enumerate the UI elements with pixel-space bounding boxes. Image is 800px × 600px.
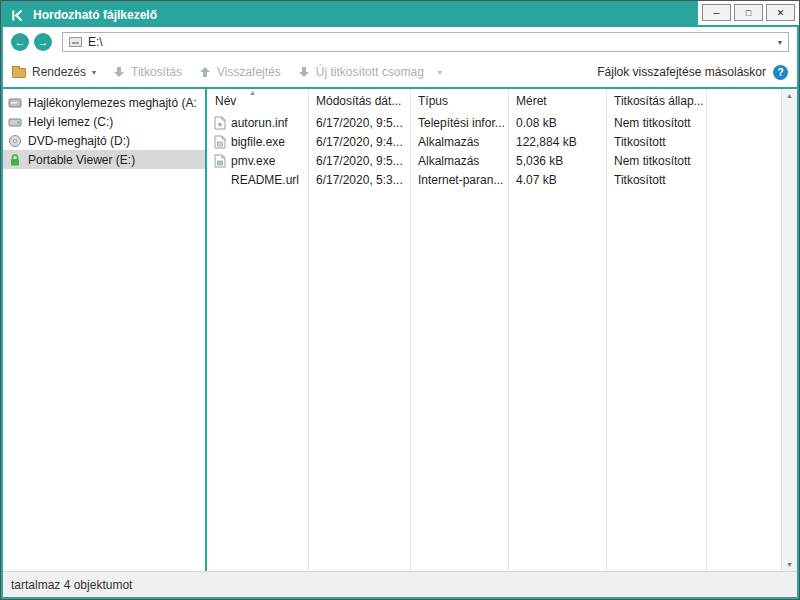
help-info-icon[interactable]: ?	[773, 65, 788, 80]
file-type: Telepítési infor...	[410, 116, 508, 130]
sidebar-item-dvd-drive-d[interactable]: DVD-meghajtó (D:)	[3, 131, 205, 150]
file-size: 5,036 kB	[508, 154, 606, 168]
content-area: Hajlékonylemezes meghajtó (A: Helyi leme…	[3, 89, 797, 571]
sidebar-item-floppy-drive-a[interactable]: Hajlékonylemezes meghajtó (A:	[3, 93, 205, 112]
close-button[interactable]: ✕	[766, 4, 795, 21]
file-modified: 6/17/2020, 9:5...	[308, 154, 410, 168]
back-button[interactable]: ←	[11, 33, 29, 51]
column-header-size[interactable]: Méret	[508, 94, 606, 108]
sidebar-item-label: Hajlékonylemezes meghajtó (A:	[28, 96, 197, 110]
title-bar: Hordozható fájlkezelő ─ □ ✕	[3, 3, 797, 27]
application-file-icon	[214, 135, 226, 149]
dvd-drive-icon	[8, 134, 22, 148]
chevron-down-icon[interactable]: ▾	[438, 68, 442, 77]
file-list: Név Módosítás dát... Típus Méret Titkosí…	[207, 89, 781, 571]
decrypt-button[interactable]: Visszafejtés	[199, 65, 281, 79]
column-separator	[308, 89, 309, 571]
minimize-button[interactable]: ─	[702, 4, 731, 21]
file-encryption-status: Nem titkosított	[606, 154, 706, 168]
application-file-icon	[214, 154, 226, 168]
floppy-drive-icon	[8, 96, 22, 110]
column-header-type[interactable]: Típus	[410, 94, 508, 108]
scroll-up-icon[interactable]: ▲	[786, 92, 793, 99]
table-row[interactable]: README.url 6/17/2020, 5:3... Internet-pa…	[207, 170, 781, 189]
kaspersky-logo-icon	[11, 9, 24, 22]
column-separator	[410, 89, 411, 571]
window-controls: ─ □ ✕	[698, 1, 799, 25]
status-text: tartalmaz 4 objektumot	[11, 578, 132, 592]
organize-label: Rendezés	[32, 65, 86, 79]
file-size: 4.07 kB	[508, 173, 606, 187]
chevron-down-icon: ▾	[92, 68, 96, 77]
file-type: Alkalmazás	[410, 135, 508, 149]
lock-icon	[8, 153, 22, 167]
file-encryption-status: Nem titkosított	[606, 116, 706, 130]
encrypt-button[interactable]: Titkosítás	[113, 65, 182, 79]
toolbar: Rendezés ▾ Titkosítás Visszafejtés Új t	[3, 57, 797, 87]
file-modified: 6/17/2020, 5:3...	[308, 173, 410, 187]
maximize-button[interactable]: □	[734, 4, 763, 21]
arrow-up-icon	[199, 66, 211, 78]
vertical-scrollbar[interactable]: ▲ ▼	[781, 89, 797, 571]
column-header-name[interactable]: Név	[207, 94, 308, 108]
file-modified: 6/17/2020, 9:4...	[308, 135, 410, 149]
sidebar-item-local-disk-c[interactable]: Helyi lemez (C:)	[3, 112, 205, 131]
scroll-down-icon[interactable]: ▼	[786, 561, 793, 568]
file-name: pmv.exe	[231, 154, 275, 168]
decrypt-on-copy-button[interactable]: Fájlok visszafejtése másoláskor	[597, 65, 766, 79]
file-type: Alkalmazás	[410, 154, 508, 168]
file-size: 0.08 kB	[508, 116, 606, 130]
status-bar: tartalmaz 4 objektumot	[3, 571, 797, 597]
file-modified: 6/17/2020, 9:5...	[308, 116, 410, 130]
sidebar-item-label: Helyi lemez (C:)	[28, 115, 113, 129]
table-row[interactable]: autorun.inf 6/17/2020, 9:5... Telepítési…	[207, 113, 781, 132]
new-encrypted-package-button[interactable]: Új titkosított csomag ▾	[298, 65, 442, 79]
hard-disk-icon	[8, 115, 22, 129]
file-list-header: Név Módosítás dát... Típus Méret Titkosí…	[207, 89, 781, 113]
window-title: Hordozható fájlkezelő	[33, 8, 157, 22]
arrow-down-icon	[113, 66, 125, 78]
folder-icon	[12, 68, 26, 78]
file-encryption-status: Titkosított	[606, 173, 706, 187]
sort-ascending-icon: ▲	[249, 89, 256, 96]
file-name: README.url	[231, 173, 299, 187]
file-encryption-status: Titkosított	[606, 135, 706, 149]
address-bar[interactable]: E:\ ▾	[62, 32, 789, 52]
arrow-down-icon	[298, 66, 310, 78]
file-name: autorun.inf	[231, 116, 288, 130]
setup-information-file-icon	[214, 116, 226, 130]
table-row[interactable]: pmv.exe 6/17/2020, 9:5... Alkalmazás 5,0…	[207, 151, 781, 170]
drive-tree-sidebar: Hajlékonylemezes meghajtó (A: Helyi leme…	[3, 89, 205, 571]
forward-button[interactable]: →	[34, 33, 52, 51]
column-header-modified[interactable]: Módosítás dát...	[308, 94, 410, 108]
sidebar-item-label: Portable Viewer (E:)	[28, 153, 135, 167]
file-name: bigfile.exe	[231, 135, 285, 149]
column-separator	[706, 89, 707, 571]
address-dropdown-icon[interactable]: ▾	[778, 38, 782, 47]
sidebar-item-label: DVD-meghajtó (D:)	[28, 134, 130, 148]
decrypt-label: Visszafejtés	[217, 65, 281, 79]
navigation-bar: ← → E:\ ▾	[3, 27, 797, 57]
sidebar-item-portable-viewer-e[interactable]: Portable Viewer (E:)	[3, 150, 205, 169]
column-separator	[606, 89, 607, 571]
organize-button[interactable]: Rendezés ▾	[12, 65, 96, 79]
column-separator	[508, 89, 509, 571]
file-type: Internet-paran...	[410, 173, 508, 187]
new-encrypted-package-label: Új titkosított csomag	[316, 65, 424, 79]
drive-icon	[69, 37, 82, 47]
table-row[interactable]: bigfile.exe 6/17/2020, 9:4... Alkalmazás…	[207, 132, 781, 151]
file-size: 122,884 kB	[508, 135, 606, 149]
encrypt-label: Titkosítás	[131, 65, 182, 79]
address-path: E:\	[88, 35, 103, 49]
portable-file-manager-window: Hordozható fájlkezelő ─ □ ✕ ← → E:\ ▾ Re…	[0, 0, 800, 600]
column-header-encryption-status[interactable]: Titkosítás állap...	[606, 94, 706, 108]
